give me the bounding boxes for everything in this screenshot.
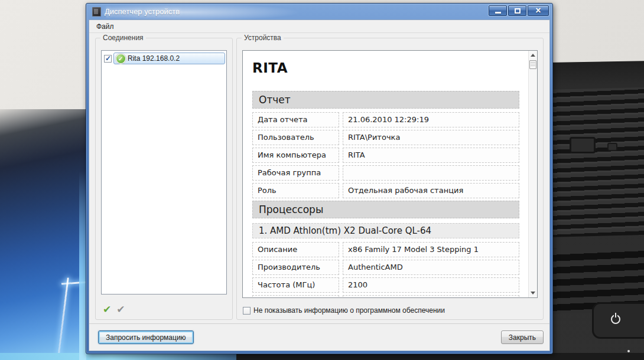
devices-groupbox: Устройства RITA ОтчетДата отчета21.06.20…	[236, 38, 544, 320]
request-info-button[interactable]: Запросить информацию	[98, 330, 194, 344]
report-viewport: RITA ОтчетДата отчета21.06.2010 12:29:19…	[242, 50, 538, 298]
row-value: RITA	[343, 148, 519, 163]
hide-software-row: Не показывать информацию о программном о…	[243, 306, 445, 315]
window-controls: ×	[489, 5, 550, 16]
row-label: Тип	[252, 295, 339, 298]
minimize-icon	[495, 12, 501, 14]
list-item-selection: Rita 192.168.0.2	[113, 53, 225, 64]
item-checkbox[interactable]	[104, 55, 112, 63]
scrollbar-thumb[interactable]	[529, 60, 536, 69]
window-title: Диспетчер устройств	[105, 7, 180, 16]
table-row: ПользовательRITA\Риточка	[252, 130, 519, 145]
scroll-up-icon[interactable]	[531, 54, 535, 57]
laptop-vents	[548, 87, 644, 237]
indicator-dot	[627, 350, 630, 352]
report-title: RITA	[252, 60, 519, 76]
section-header: Процессоры	[252, 201, 519, 218]
subsection-header: 1. AMD Athlon(tm) X2 Dual-Core QL-64	[252, 223, 519, 238]
row-label: Имя компьютера	[252, 148, 339, 163]
table-row: ТипCPU 1	[252, 295, 519, 298]
row-value: x86 Family 17 Model 3 Stepping 1	[343, 242, 519, 257]
footer-bar: Запросить информацию Закрыть	[89, 323, 549, 351]
menu-bar: Файл	[89, 20, 549, 33]
connections-groupbox: Соединения Rita 192.168.0.2 ✔✔	[95, 38, 233, 320]
hide-software-checkbox[interactable]	[243, 307, 251, 315]
table-row: Рабочая группа	[252, 165, 519, 181]
row-label: Роль	[252, 183, 339, 198]
content-area: Соединения Rita 192.168.0.2 ✔✔ Устройств…	[89, 33, 549, 323]
green-check-circle-icon	[116, 54, 125, 63]
row-value: 2100	[343, 277, 519, 293]
client-area: Файл Соединения Rita 192.168.0.2 ✔✔ Устр…	[89, 19, 550, 351]
device-report: RITA ОтчетДата отчета21.06.2010 12:29:19…	[243, 51, 528, 297]
scroll-down-icon[interactable]	[531, 292, 535, 294]
table-row: Имя компьютераRITA	[252, 148, 519, 163]
list-item[interactable]: Rita 192.168.0.2	[103, 52, 225, 65]
gray-check-icon[interactable]: ✔	[116, 305, 125, 315]
table-row: Дата отчета21.06.2010 12:29:19	[252, 112, 519, 127]
row-value: RITA\Риточка	[343, 130, 519, 145]
maximize-icon	[515, 8, 521, 14]
power-icon	[611, 315, 620, 324]
green-check-icon[interactable]: ✔	[103, 305, 111, 315]
report-scrollbar[interactable]	[528, 51, 537, 297]
menu-item-file[interactable]: Файл	[92, 21, 118, 32]
table-row: РольОтдельная рабочая станция	[252, 183, 519, 198]
list-item-label: Rita 192.168.0.2	[128, 54, 180, 63]
row-value: Отдельная рабочая станция	[343, 183, 519, 198]
section-header: Отчет	[252, 91, 519, 109]
row-label: Частота (МГц)	[252, 277, 339, 293]
close-dialog-button[interactable]: Закрыть	[501, 330, 544, 344]
connections-list[interactable]: Rita 192.168.0.2	[101, 50, 227, 294]
titlebar[interactable]: Диспетчер устройств ×	[89, 4, 550, 19]
minimize-button[interactable]	[489, 5, 507, 16]
app-icon	[92, 7, 101, 17]
laptop-port	[607, 143, 617, 151]
device-manager-window: Диспетчер устройств × Файл Соединения Ri…	[86, 3, 553, 354]
row-label: Описание	[252, 242, 339, 257]
devices-group-label: Устройства	[242, 34, 284, 42]
row-label: Пользователь	[252, 130, 339, 145]
table-row: Описаниеx86 Family 17 Model 3 Stepping 1	[252, 242, 519, 257]
screen-glow	[0, 109, 89, 360]
row-value: 21.06.2010 12:29:19	[343, 112, 519, 127]
row-label: Рабочая группа	[252, 165, 339, 181]
maximize-button[interactable]	[508, 5, 526, 16]
row-value: AuthenticAMD	[343, 260, 519, 275]
connections-group-label: Соединения	[100, 34, 146, 42]
connections-actions: ✔✔	[103, 305, 125, 315]
table-row: Частота (МГц)2100	[252, 277, 519, 293]
laptop-port	[570, 137, 596, 153]
row-value: CPU 1	[343, 295, 519, 298]
close-button[interactable]: ×	[528, 5, 549, 16]
report-body: ОтчетДата отчета21.06.2010 12:29:19Польз…	[252, 91, 519, 298]
table-row: ПроизводительAuthenticAMD	[252, 260, 519, 275]
close-icon: ×	[535, 6, 541, 15]
row-label: Производитель	[252, 260, 339, 275]
row-label: Дата отчета	[252, 112, 339, 127]
hide-software-label: Не показывать информацию о программном о…	[253, 306, 445, 315]
row-value	[343, 165, 519, 181]
